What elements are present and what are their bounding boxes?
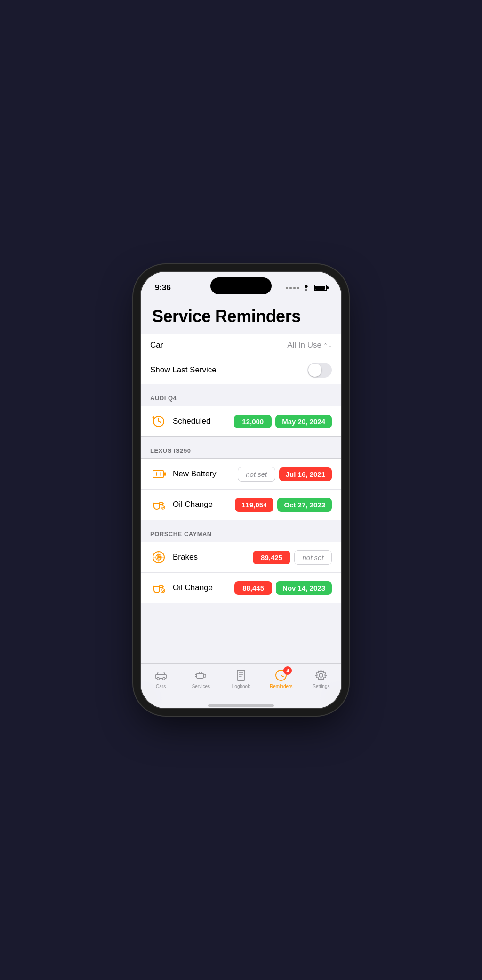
service-name-porsche-brakes: Brakes	[173, 553, 247, 562]
tab-cars[interactable]: Cars	[141, 668, 181, 689]
signal-icon	[286, 287, 299, 289]
filter-section: Car All In Use ⌃⌄ Show Last Service	[141, 334, 341, 384]
gear-tab-icon	[315, 669, 327, 681]
tab-reminders[interactable]: 4 Reminders	[261, 668, 301, 689]
reminders-badge: 4	[283, 666, 292, 675]
car-filter-row[interactable]: Car All In Use ⌃⌄	[141, 334, 341, 356]
tab-label-cars: Cars	[156, 684, 166, 689]
badge-mileage-lexus-oil: 119,054	[235, 498, 273, 512]
service-name-audi-scheduled: Scheduled	[173, 417, 228, 426]
tab-logbook[interactable]: Logbook	[221, 668, 261, 689]
home-indicator	[141, 704, 341, 708]
tab-settings[interactable]: Settings	[301, 668, 341, 689]
status-time: 9:36	[155, 283, 171, 292]
badge-mileage-lexus-battery: not set	[238, 467, 275, 482]
battery-icon	[150, 466, 167, 482]
svg-point-9	[161, 589, 165, 593]
main-content[interactable]: Service Reminders Car All In Use ⌃⌄ Show…	[141, 297, 341, 663]
tab-label-services: Services	[192, 684, 210, 689]
service-item-porsche-brakes[interactable]: Brakes 89,425 not set	[141, 542, 341, 573]
tab-icon-wrap-logbook	[234, 668, 248, 682]
clock-refresh-icon	[150, 413, 167, 430]
badge-mileage-porsche-oil: 88,445	[234, 581, 272, 595]
section-header-audi-q4: AUDI Q4	[141, 384, 341, 406]
service-item-porsche-oil[interactable]: Oil Change 88,445 Nov 14, 2023	[141, 573, 341, 603]
tab-services[interactable]: Services	[181, 668, 221, 689]
status-right	[286, 285, 327, 291]
logbook-tab-icon	[236, 670, 246, 681]
page-title: Service Reminders	[152, 307, 330, 326]
screen: 9:36	[141, 272, 341, 708]
badge-mileage-porsche-brakes: 89,425	[253, 551, 290, 564]
brakes-icon	[150, 549, 167, 566]
svg-rect-17	[237, 670, 245, 680]
service-badges-lexus-oil: 119,054 Oct 27, 2023	[235, 498, 332, 512]
badge-date-porsche-oil: Nov 14, 2023	[276, 581, 332, 595]
badge-date-audi-scheduled: May 20, 2024	[275, 415, 332, 428]
service-item-audi-scheduled[interactable]: Scheduled 12,000 May 20, 2024	[141, 406, 341, 436]
svg-point-8	[158, 556, 160, 559]
service-badges-lexus-battery: not set Jul 16, 2021	[238, 467, 332, 482]
badge-date-lexus-battery: Jul 16, 2021	[279, 467, 332, 481]
tab-icon-wrap-cars	[154, 668, 168, 682]
phone-frame: 9:36	[140, 271, 342, 709]
home-bar	[208, 704, 274, 707]
page-header: Service Reminders	[141, 297, 341, 334]
tab-label-reminders: Reminders	[270, 684, 292, 689]
car-filter-label: Car	[150, 340, 163, 350]
section-header-lexus-is250: LEXUS IS250	[141, 437, 341, 458]
badge-mileage-audi-scheduled: 12,000	[234, 415, 272, 428]
tab-icon-wrap-services	[194, 668, 208, 682]
service-list-lexus-is250: New Battery not set Jul 16, 2021	[141, 458, 341, 520]
wifi-icon	[302, 285, 310, 291]
svg-rect-3	[164, 472, 166, 476]
oil-change-icon-lexus	[150, 496, 167, 513]
svg-rect-16	[203, 674, 206, 677]
service-item-lexus-battery[interactable]: New Battery not set Jul 16, 2021	[141, 459, 341, 490]
svg-rect-15	[197, 673, 203, 678]
svg-point-12	[162, 678, 165, 680]
engine-tab-icon	[195, 671, 207, 680]
svg-point-0	[305, 290, 306, 291]
car-filter-selected: All In Use	[287, 340, 321, 350]
tab-bar: Cars Services	[141, 663, 341, 704]
dynamic-island	[210, 277, 272, 294]
service-list-audi-q4: Scheduled 12,000 May 20, 2024	[141, 406, 341, 437]
section-title-audi-q4: AUDI Q4	[150, 395, 177, 402]
tab-icon-wrap-settings	[314, 668, 328, 682]
battery-status-icon	[314, 285, 327, 291]
service-name-lexus-oil: Oil Change	[173, 500, 229, 509]
service-badges-porsche-brakes: 89,425 not set	[253, 550, 332, 565]
status-bar: 9:36	[141, 272, 341, 297]
toggle-knob	[308, 364, 321, 377]
service-name-lexus-battery: New Battery	[173, 469, 232, 479]
tab-label-settings: Settings	[313, 684, 329, 689]
service-badges-porsche-oil: 88,445 Nov 14, 2023	[234, 581, 332, 595]
car-filter-value[interactable]: All In Use ⌃⌄	[287, 340, 332, 350]
tab-icon-wrap-reminders: 4	[274, 668, 288, 682]
section-title-lexus-is250: LEXUS IS250	[150, 447, 191, 454]
show-last-service-toggle[interactable]	[307, 363, 332, 378]
svg-point-5	[161, 506, 165, 509]
service-list-porsche-cayman: Brakes 89,425 not set	[141, 542, 341, 603]
badge-date-porsche-brakes: not set	[294, 550, 332, 565]
service-item-lexus-oil[interactable]: Oil Change 119,054 Oct 27, 2023	[141, 490, 341, 520]
show-last-service-label: Show Last Service	[150, 365, 217, 375]
service-name-porsche-oil: Oil Change	[173, 583, 229, 593]
car-tab-icon	[155, 671, 167, 680]
badge-date-lexus-oil: Oct 27, 2023	[277, 498, 332, 512]
svg-point-22	[319, 673, 323, 677]
svg-point-11	[157, 678, 159, 680]
bottom-spacer	[141, 603, 341, 617]
section-title-porsche-cayman: PORSCHE CAYMAN	[150, 530, 212, 537]
service-badges-audi-scheduled: 12,000 May 20, 2024	[234, 415, 332, 428]
chevron-updown-icon: ⌃⌄	[323, 342, 332, 348]
oil-change-icon-porsche	[150, 579, 167, 596]
tab-label-logbook: Logbook	[232, 684, 250, 689]
show-last-service-row: Show Last Service	[141, 356, 341, 384]
section-header-porsche-cayman: PORSCHE CAYMAN	[141, 520, 341, 542]
